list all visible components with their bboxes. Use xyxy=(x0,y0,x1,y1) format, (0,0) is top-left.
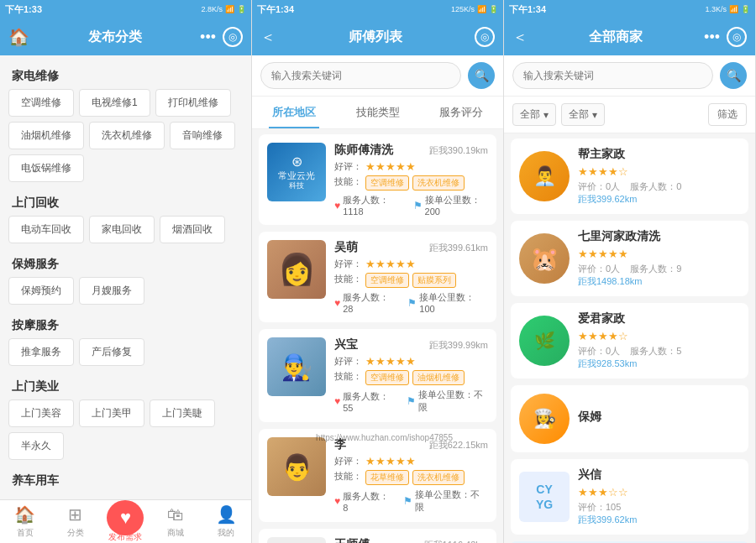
status-icons-2: 125K/s 📶 🔋 xyxy=(451,5,498,13)
nav-publish-label: 发布需求 xyxy=(108,531,142,543)
cat-btn-ebike[interactable]: 电动车回收 xyxy=(8,216,84,243)
filter-select-1[interactable]: 全部 ▾ xyxy=(512,103,556,126)
merchant-avatar-1: 👨‍💼 xyxy=(519,151,570,201)
panel2-title: 师傅列表 xyxy=(282,29,468,46)
merchant-avatar-4: 👩‍🍳 xyxy=(519,394,570,444)
merchant-dist-2: 距我1498.18km xyxy=(578,275,740,288)
panel-master-list: 下午1:34 125K/s 📶 🔋 ＜ 师傅列表 ◎ 🔍 所在地区 技能类型 服… xyxy=(252,0,504,543)
merchant-card-4[interactable]: 👩‍🍳 保姆 xyxy=(511,385,748,452)
merchant-info-2: 七里河家政清洗 ★★★★★ 评价：0人 服务人数：9 距我1498.18km xyxy=(578,229,740,288)
nav-category[interactable]: ⊞ 分类 xyxy=(50,500,101,543)
cat-btn-semiperm[interactable]: 半永久 xyxy=(8,432,64,460)
master-name-3: 兴宝 xyxy=(334,337,358,352)
filter-select-1-label: 全部 xyxy=(520,107,540,122)
search-button-3[interactable]: 🔍 xyxy=(720,62,747,89)
cat-grid-nanny: 保姆预约 月嫂服务 xyxy=(8,277,243,305)
target-icon-btn-3[interactable]: ◎ xyxy=(727,27,747,47)
home-nav-icon: 🏠 xyxy=(14,504,35,525)
stats-row-1: ♥服务人数：1118 ⚑接单公里数：200 xyxy=(334,194,488,217)
cat-btn-appliance-recycle[interactable]: 家电回收 xyxy=(89,216,155,243)
cat-btn-ac[interactable]: 空调维修 xyxy=(8,89,74,117)
skill-1-1: 空调维修 xyxy=(365,175,409,191)
status-bar-1: 下午1:33 2.8K/s 📶 🔋 xyxy=(0,0,251,18)
search-input-3[interactable] xyxy=(512,62,713,89)
more-options-btn[interactable]: ••• xyxy=(200,29,216,46)
skill-3-1: 空调维修 xyxy=(365,370,409,385)
target-icon-btn-2[interactable]: ◎ xyxy=(475,27,495,47)
master-dist-5: 距我1116.43km xyxy=(424,539,488,544)
filter-main-btn[interactable]: 筛选 xyxy=(708,103,747,126)
skill-2-1: 空调维修 xyxy=(365,273,409,288)
filter-tab-rating[interactable]: 服务评分 xyxy=(419,97,503,128)
filter-select-2[interactable]: 全部 ▾ xyxy=(561,103,605,126)
master-card-1[interactable]: ⊛ 常业云光 科技 陈师傅清洗 距我390.19km 好评： ★★★★★ 技能：… xyxy=(259,134,496,225)
rating-row-4: 好评： ★★★★★ xyxy=(334,455,488,467)
merchant-card-5[interactable]: CYYG 兴信 ★★★☆☆ 评价：105 距我399.62km xyxy=(511,459,748,535)
cat-grid-beauty: 上门美容 上门美甲 上门美睫 半永久 xyxy=(8,399,243,460)
merchant-card-3[interactable]: 🌿 爱君家政 ★★★★☆ 评价：0人 服务人数：5 距我928.53km xyxy=(511,303,748,379)
skill-3-2: 油烟机维修 xyxy=(412,370,465,385)
master-card-5[interactable]: 📋 王师傅 距我1116.43km 好评： ★★★★★ ♥服务人数：62 ⚑接单… xyxy=(259,529,496,543)
merchant-info-3: 爱君家政 ★★★★☆ 评价：0人 服务人数：5 距我928.53km xyxy=(578,311,740,370)
home-icon[interactable]: 🏠 xyxy=(8,27,29,47)
back-button-3[interactable]: ＜ xyxy=(512,27,528,47)
cat-title-massage: 按摩服务 xyxy=(8,311,243,338)
cat-btn-tuina[interactable]: 推拿服务 xyxy=(8,338,74,366)
master-card-4[interactable]: 👨 李 距我622.15km 好评： ★★★★★ 技能： 花草维修 洗衣机维修 … xyxy=(259,429,496,522)
more-options-btn-3[interactable]: ••• xyxy=(704,29,720,46)
master-name-2: 吴萌 xyxy=(334,240,358,255)
filter-tab-skill[interactable]: 技能类型 xyxy=(336,97,420,128)
cat-btn-nanny-book[interactable]: 保姆预约 xyxy=(8,277,74,305)
cat-btn-monthly-nanny[interactable]: 月嫂服务 xyxy=(79,277,144,305)
nav-mall[interactable]: 🛍 商城 xyxy=(150,500,201,543)
master-card-2[interactable]: 👩 吴萌 距我399.61km 好评： ★★★★★ 技能： 空调维修 贴膜系列 … xyxy=(259,232,496,322)
rating-row-3: 好评： ★★★★★ xyxy=(334,355,488,368)
back-button-2[interactable]: ＜ xyxy=(260,27,276,47)
rating-row-1: 好评： ★★★★★ xyxy=(334,160,488,173)
cat-btn-audio[interactable]: 音响维修 xyxy=(170,122,235,149)
cat-btn-postpartum[interactable]: 产后修复 xyxy=(79,338,144,366)
merchant-card-1[interactable]: 👨‍💼 帮主家政 ★★★★☆ 评价：0人 服务人数：0 距我399.62km xyxy=(511,138,748,214)
chevron-down-icon-1: ▾ xyxy=(543,109,549,121)
master-info-1: 陈师傅清洗 距我390.19km 好评： ★★★★★ 技能： 空调维修 洗衣机维… xyxy=(334,143,488,217)
mileage-4: ⚑接单公里数：不限 xyxy=(403,488,488,514)
cat-btn-tobacco[interactable]: 烟酒回收 xyxy=(160,216,225,243)
cat-btn-makeup[interactable]: 上门美容 xyxy=(8,399,74,427)
target-icon-btn[interactable]: ◎ xyxy=(223,27,243,47)
cat-btn-range-hood[interactable]: 油烟机维修 xyxy=(8,122,84,149)
time-2: 下午1:34 xyxy=(257,3,294,16)
cat-btn-washer[interactable]: 洗衣机维修 xyxy=(89,122,165,149)
search-button-2[interactable]: 🔍 xyxy=(468,62,495,89)
master-card-3[interactable]: 👨‍🔧 兴宝 距我399.99km 好评： ★★★★★ 技能： 空调维修 油烟机… xyxy=(259,329,496,422)
nav-publish[interactable]: ♥ 发布需求 xyxy=(101,500,151,543)
cat-btn-nails[interactable]: 上门美甲 xyxy=(79,399,144,427)
stats-row-4: ♥服务人数：8 ⚑接单公里数：不限 xyxy=(334,488,488,514)
nav-profile[interactable]: 👤 我的 xyxy=(201,500,251,543)
filter-tab-location[interactable]: 所在地区 xyxy=(252,97,336,128)
time-3: 下午1:34 xyxy=(509,3,546,16)
category-car: 养车用车 xyxy=(8,467,243,493)
merchant-dist-1: 距我399.62km xyxy=(578,193,740,206)
merchant-card-2[interactable]: 🐹 七里河家政清洗 ★★★★★ 评价：0人 服务人数：9 距我1498.18km xyxy=(511,221,748,296)
skill-2-2: 贴膜系列 xyxy=(412,273,456,288)
cat-btn-tv[interactable]: 电视维修1 xyxy=(79,89,150,117)
stars-1: ★★★★★ xyxy=(365,160,416,173)
cat-title-recycling: 上门回收 xyxy=(8,189,243,216)
nav-profile-label: 我的 xyxy=(218,527,234,539)
nav-home[interactable]: 🏠 首页 xyxy=(0,500,50,543)
merchant-stats-5: 评价：105 xyxy=(578,501,740,514)
panel1-title: 发布分类 xyxy=(36,29,193,46)
stats-row-2: ♥服务人数：28 ⚑接单公里数：100 xyxy=(334,291,488,314)
search-bar-3: 🔍 xyxy=(504,55,755,97)
search-input-2[interactable] xyxy=(260,62,461,89)
master-name-1: 陈师傅清洗 xyxy=(334,143,393,158)
cat-btn-printer[interactable]: 打印机维修 xyxy=(155,89,231,117)
merchant-stats-1: 评价：0人 服务人数：0 xyxy=(578,180,740,193)
nav-category-label: 分类 xyxy=(67,527,84,539)
cat-btn-lashes[interactable]: 上门美睫 xyxy=(150,399,215,427)
merchant-stars-3: ★★★★☆ xyxy=(578,330,740,342)
avatar-5: 📋 xyxy=(267,537,326,543)
status-icons-1: 2.8K/s 📶 🔋 xyxy=(201,5,246,13)
cat-btn-rice-cooker[interactable]: 电饭锅维修 xyxy=(8,154,84,182)
cat-title-beauty: 上门美业 xyxy=(8,373,243,399)
